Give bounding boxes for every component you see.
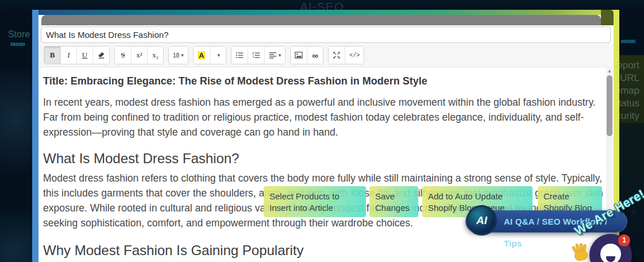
ai-avatar[interactable]: AI bbox=[466, 205, 497, 236]
article-heading: Title: Embracing Elegance: The Rise of M… bbox=[43, 74, 605, 88]
image-icon bbox=[295, 51, 303, 59]
chevron-down-icon: ▾ bbox=[181, 52, 184, 58]
toolbar-group-fontsize: 18 ▾ bbox=[168, 46, 188, 64]
code-view-button[interactable]: </> bbox=[345, 47, 364, 64]
font-size-value: 18 bbox=[173, 52, 179, 59]
strikethrough-button[interactable]: S bbox=[115, 47, 131, 64]
clear-format-button[interactable] bbox=[92, 47, 109, 64]
subscript-button[interactable]: x₂ bbox=[147, 47, 163, 64]
chat-smiley-icon bbox=[600, 244, 621, 262]
chevron-down-icon: ▾ bbox=[279, 52, 281, 58]
fullscreen-icon bbox=[333, 51, 341, 59]
link-icon: ∞ bbox=[312, 51, 318, 60]
app-root: AI-SEO Store »»»» «««« Report Insert URL… bbox=[0, 0, 644, 262]
modal-border-left bbox=[32, 10, 38, 262]
superscript-button[interactable]: x² bbox=[131, 47, 147, 64]
font-color-dropdown[interactable]: ▾ bbox=[210, 47, 226, 64]
insert-image-button[interactable] bbox=[291, 47, 307, 64]
align-left-icon bbox=[269, 51, 277, 59]
toolbar-group-view: </> bbox=[328, 46, 364, 64]
insert-link-button[interactable]: ∞ bbox=[307, 47, 323, 64]
italic-button[interactable]: I bbox=[60, 47, 76, 64]
unordered-list-button[interactable] bbox=[232, 47, 248, 64]
toolbar-group-color: A ▾ bbox=[193, 46, 226, 64]
scrollbar-up-arrow[interactable]: ▲ bbox=[606, 68, 613, 75]
ai-avatar-text: AI bbox=[476, 214, 487, 227]
article-subheading: What Is Modest Dress Fashion? bbox=[43, 150, 605, 167]
ordered-list-button[interactable] bbox=[248, 47, 264, 64]
modal-border-top bbox=[32, 10, 619, 15]
ordered-list-icon bbox=[252, 51, 260, 59]
save-changes-button[interactable]: Save Changes bbox=[369, 186, 418, 217]
bold-button[interactable]: B bbox=[44, 47, 60, 64]
underline-button[interactable]: U bbox=[76, 47, 92, 64]
unordered-list-icon bbox=[236, 51, 244, 59]
toolbar-group-script: S x² x₂ bbox=[114, 46, 164, 64]
close-icon[interactable]: × bbox=[631, 207, 637, 218]
paragraph-align-dropdown[interactable]: ▾ bbox=[264, 47, 286, 64]
modal-header-bar bbox=[41, 15, 601, 25]
waving-hand-icon bbox=[568, 239, 593, 262]
font-color-swatch: A bbox=[198, 51, 205, 60]
article-title-input[interactable] bbox=[41, 26, 611, 43]
fullscreen-button[interactable] bbox=[329, 47, 345, 64]
scrollbar-thumb[interactable] bbox=[607, 75, 612, 136]
chevrons-right-icon: »»»» bbox=[10, 38, 24, 48]
chevrons-left-icon: «««« bbox=[620, 36, 635, 45]
modal-border-corner bbox=[601, 10, 614, 25]
font-size-dropdown[interactable]: 18 ▾ bbox=[169, 47, 188, 64]
article-paragraph: In recent years, modest dress fashion ha… bbox=[43, 95, 605, 140]
font-color-button[interactable]: A bbox=[194, 47, 210, 64]
chevron-down-icon: ▾ bbox=[217, 52, 220, 58]
editor-toolbar: B I U S x² x₂ 18 ▾ A bbox=[38, 44, 614, 67]
toolbar-group-insert: ∞ bbox=[290, 46, 323, 64]
code-view-icon: </> bbox=[349, 52, 360, 59]
notification-badge: 1 bbox=[618, 234, 630, 246]
toolbar-group-style: B I U bbox=[44, 46, 110, 64]
eraser-icon bbox=[97, 51, 105, 59]
select-products-button[interactable]: Select Products to Insert into Article bbox=[264, 186, 366, 217]
toolbar-group-paragraph: ▾ bbox=[231, 46, 286, 64]
